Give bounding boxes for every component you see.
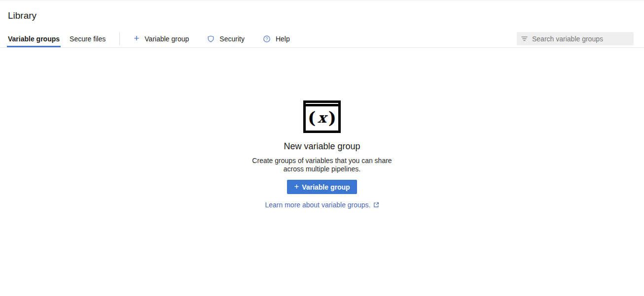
search-box[interactable] xyxy=(517,32,634,45)
learn-more-link-text[interactable]: Learn more about variable groups. xyxy=(265,201,370,209)
plus-icon: + xyxy=(294,182,299,191)
help-button[interactable]: ? Help xyxy=(263,35,290,43)
empty-state-heading: New variable group xyxy=(284,141,360,151)
svg-text:?: ? xyxy=(265,36,268,41)
add-variable-group-toolbar-button[interactable]: + Variable group xyxy=(134,34,189,43)
page-title: Library xyxy=(8,10,636,21)
tab-secure-files[interactable]: Secure files xyxy=(70,30,106,47)
empty-state-description-line2: across multiple pipelines. xyxy=(252,165,392,173)
variable-group-icon: ( x ) xyxy=(303,100,341,133)
toolbar-separator xyxy=(119,33,120,45)
shield-icon xyxy=(208,35,214,42)
learn-more-link[interactable]: Learn more about variable groups. xyxy=(265,201,379,209)
empty-state-description: Create groups of variables that you can … xyxy=(252,157,392,173)
create-variable-group-button[interactable]: + Variable group xyxy=(287,180,357,194)
tab-variable-groups[interactable]: Variable groups xyxy=(8,30,60,47)
variable-group-icon-titlebar xyxy=(306,103,338,106)
create-variable-group-button-label: Variable group xyxy=(302,183,350,191)
empty-state-description-line1: Create groups of variables that you can … xyxy=(252,157,392,165)
page-header: Library xyxy=(0,0,644,21)
tab-bar: Variable groups Secure files + Variable … xyxy=(0,30,644,48)
external-link-icon xyxy=(373,202,379,208)
security-label: Security xyxy=(219,35,245,43)
empty-state: ( x ) New variable group Create groups o… xyxy=(0,100,644,209)
security-button[interactable]: Security xyxy=(208,35,245,43)
search-input[interactable] xyxy=(532,35,629,43)
plus-icon: + xyxy=(134,33,139,43)
help-icon: ? xyxy=(263,35,270,42)
add-variable-group-toolbar-label: Variable group xyxy=(144,35,189,43)
variable-group-icon-body: ( x ) xyxy=(306,106,338,131)
filter-icon xyxy=(521,36,528,41)
help-label: Help xyxy=(276,35,290,43)
